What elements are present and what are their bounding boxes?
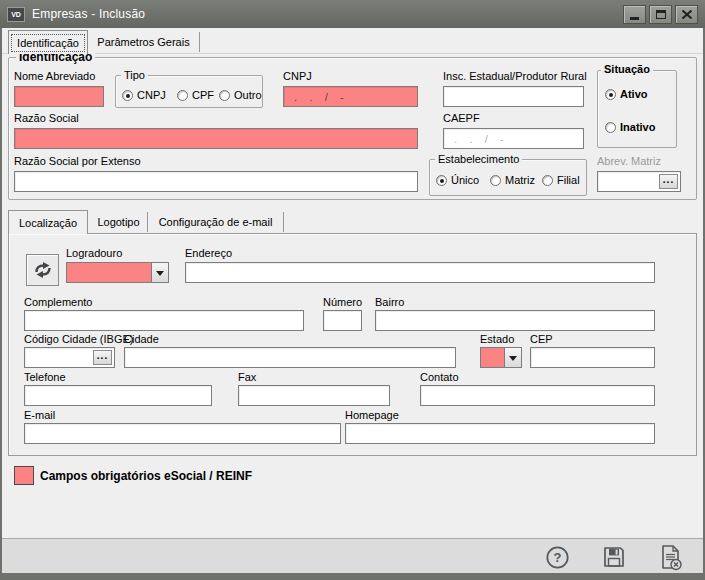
radio-circle-icon (490, 175, 501, 186)
abrev-matriz-lookup-button[interactable]: ... (659, 174, 678, 189)
close-icon (682, 10, 692, 19)
codigo-cidade-label: Código Cidade (IBGE) (24, 333, 133, 346)
logradouro-dropdown-button[interactable] (151, 263, 168, 282)
homepage-label: Homepage (345, 409, 399, 422)
required-field-legend-text: Campos obrigatórios eSocial / REINF (40, 469, 252, 483)
radio-tipo-outro-label: Outro (234, 89, 262, 101)
radio-estab-unico[interactable]: Único (436, 174, 479, 186)
logradouro-label: Logradouro (66, 247, 122, 260)
razao-social-extenso-field[interactable] (14, 171, 418, 192)
tab-localizacao[interactable]: Localização (8, 210, 88, 234)
tab-baseline (2, 53, 703, 54)
cidade-field[interactable] (124, 347, 456, 368)
contato-field[interactable] (420, 385, 655, 406)
radio-estab-matriz[interactable]: Matriz (490, 174, 535, 186)
radio-situacao-ativo[interactable]: Ativo (605, 88, 648, 100)
caepf-field[interactable]: . . / - (443, 128, 584, 149)
cep-field[interactable] (530, 347, 655, 368)
estado-combobox[interactable] (480, 347, 522, 368)
radio-tipo-cnpj[interactable]: CNPJ (122, 89, 166, 101)
tab-localizacao-label: Localização (19, 217, 77, 229)
cnpj-field[interactable]: . . / - (283, 86, 418, 107)
swap-address-button[interactable] (26, 254, 59, 286)
endereco-label: Endereço (185, 247, 232, 260)
radio-circle-icon (219, 90, 230, 101)
swap-arrows-icon (33, 260, 53, 280)
estado-dropdown-button[interactable] (504, 348, 521, 367)
window-controls (623, 5, 698, 24)
radio-tipo-cpf-label: CPF (192, 89, 214, 101)
logradouro-combobox[interactable] (66, 262, 169, 283)
tab-configuracao-email[interactable]: Configuração de e-mail (148, 212, 284, 232)
situacao-group-title: Situação (601, 63, 653, 75)
numero-label: Número (323, 296, 362, 309)
tab-parametros-gerais[interactable]: Parâmetros Gerais (88, 32, 200, 52)
app-logo-icon: VD (7, 7, 25, 22)
save-icon (601, 544, 627, 570)
tab-logotipo[interactable]: Logotipo (90, 212, 148, 232)
minimize-button[interactable] (623, 5, 646, 24)
tab-identificacao-label: Identificação (11, 34, 85, 52)
bairro-field[interactable] (375, 310, 655, 331)
radio-tipo-outro[interactable]: Outro (219, 89, 262, 101)
radio-estab-matriz-label: Matriz (505, 174, 535, 186)
cidade-label: Cidade (124, 333, 159, 346)
cnpj-label: CNPJ (283, 70, 312, 83)
document-cancel-icon (657, 543, 684, 571)
razao-social-extenso-label: Razão Social por Extenso (14, 155, 141, 168)
titlebar[interactable]: VD Empresas - Inclusão (0, 0, 705, 28)
radio-circle-icon (436, 175, 447, 186)
bottom-toolbar (2, 538, 703, 573)
tab-parametros-gerais-label: Parâmetros Gerais (97, 36, 189, 48)
question-glyph: ? (553, 550, 561, 565)
maximize-button[interactable] (649, 5, 672, 24)
telefone-field[interactable] (24, 385, 212, 406)
complemento-field[interactable] (24, 310, 304, 331)
save-button[interactable] (600, 543, 627, 570)
cep-label: CEP (530, 333, 553, 346)
tab-configuracao-email-label: Configuração de e-mail (159, 216, 273, 228)
numero-field[interactable] (323, 310, 362, 331)
nome-abreviado-field[interactable] (14, 86, 104, 107)
radio-estab-filial[interactable]: Filial (542, 174, 580, 186)
radio-tipo-cnpj-label: CNPJ (137, 89, 166, 101)
radio-estab-unico-label: Único (451, 174, 479, 186)
estabelecimento-group-title: Estabelecimento (435, 153, 522, 165)
endereco-field[interactable] (185, 262, 655, 283)
codigo-cidade-lookup-button[interactable]: ... (93, 350, 112, 365)
radio-tipo-cpf[interactable]: CPF (177, 89, 214, 101)
insc-estadual-field[interactable] (443, 86, 584, 107)
empresas-window: VD Empresas - Inclusão Identificação Par… (0, 0, 705, 580)
minimize-icon (630, 17, 639, 20)
complemento-label: Complemento (24, 296, 92, 309)
estado-label: Estado (480, 333, 514, 346)
email-field[interactable] (24, 423, 341, 444)
maximize-icon (656, 10, 666, 19)
nome-abreviado-label: Nome Abreviado (14, 70, 95, 83)
required-field-legend-swatch (14, 466, 34, 485)
dropdown-arrow-icon (156, 271, 164, 280)
radio-circle-icon (605, 89, 616, 100)
close-button[interactable] (675, 5, 698, 24)
tab-identificacao[interactable]: Identificação (8, 30, 88, 54)
cancel-button[interactable] (656, 542, 684, 571)
radio-estab-filial-label: Filial (557, 174, 580, 186)
help-button[interactable]: ? (544, 544, 570, 570)
homepage-field[interactable] (345, 423, 655, 444)
radio-circle-icon (542, 175, 553, 186)
insc-estadual-label: Insc. Estadual/Produtor Rural (443, 70, 587, 83)
logradouro-value (67, 263, 151, 282)
tipo-group-title: Tipo (121, 69, 148, 81)
window-title: Empresas - Inclusão (32, 7, 145, 21)
abrev-matriz-field[interactable]: ... (597, 171, 681, 192)
razao-social-field[interactable] (14, 128, 418, 149)
bairro-label: Bairro (375, 296, 404, 309)
contato-label: Contato (420, 371, 459, 384)
codigo-cidade-field[interactable]: ... (24, 347, 115, 368)
telefone-label: Telefone (24, 371, 66, 384)
help-icon: ? (545, 545, 570, 570)
radio-situacao-inativo[interactable]: Inativo (605, 121, 655, 133)
razao-social-label: Razão Social (14, 112, 79, 125)
radio-circle-icon (605, 122, 616, 133)
fax-field[interactable] (238, 385, 390, 406)
